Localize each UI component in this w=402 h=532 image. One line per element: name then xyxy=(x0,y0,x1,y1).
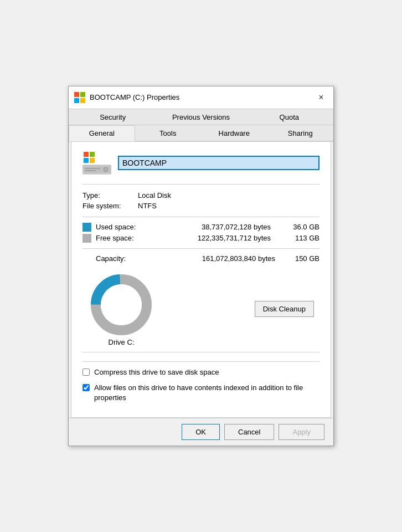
ok-button[interactable]: OK xyxy=(182,424,220,440)
free-space-label: Free space: xyxy=(96,234,146,242)
svg-rect-12 xyxy=(85,170,96,171)
svg-rect-3 xyxy=(80,98,85,103)
info-table: Type: Local Disk File system: NTFS xyxy=(83,190,319,211)
window-title: BOOTCAMP (C:) Properties xyxy=(90,93,179,101)
compress-checkbox[interactable] xyxy=(83,369,90,376)
capacity-row: Capacity: 161,072,803,840 bytes 150 GB xyxy=(83,254,319,263)
type-label: Type: xyxy=(83,190,138,201)
drive-header xyxy=(83,151,319,175)
disk-cleanup-button[interactable]: Disk Cleanup xyxy=(255,301,314,317)
capacity-gb: 150 GB xyxy=(286,254,319,263)
used-space-label: Used space: xyxy=(96,223,146,231)
svg-rect-1 xyxy=(80,92,85,97)
used-space-row: Used space: 38,737,072,128 bytes 36.0 GB xyxy=(83,223,319,232)
hdd-icon xyxy=(83,151,111,175)
tabs-row2: General Tools Hardware Sharing xyxy=(69,125,333,142)
content-panel: Type: Local Disk File system: NTFS Used … xyxy=(71,142,331,418)
compress-label: Compress this drive to save disk space xyxy=(94,367,219,377)
footer: OK Cancel Apply xyxy=(69,418,333,446)
fs-label: File system: xyxy=(83,201,138,211)
close-button[interactable]: × xyxy=(315,91,328,104)
donut-chart xyxy=(88,272,154,338)
title-bar: BOOTCAMP (C:) Properties × xyxy=(69,86,333,109)
tab-security[interactable]: Security xyxy=(69,109,157,125)
compress-checkbox-item: Compress this drive to save disk space xyxy=(83,367,319,377)
svg-rect-11 xyxy=(85,168,100,169)
drive-name-input[interactable] xyxy=(118,156,319,170)
properties-window: BOOTCAMP (C:) Properties × Security Prev… xyxy=(68,86,334,447)
apply-button[interactable]: Apply xyxy=(279,424,324,440)
svg-rect-5 xyxy=(90,152,95,157)
svg-point-10 xyxy=(104,167,108,172)
svg-rect-7 xyxy=(90,158,95,163)
svg-rect-4 xyxy=(84,152,89,157)
tab-quota[interactable]: Quota xyxy=(245,109,333,125)
type-value: Local Disk xyxy=(138,190,319,201)
checkboxes-section: Compress this drive to save disk space A… xyxy=(83,361,319,403)
fs-value: NTFS xyxy=(138,201,319,211)
capacity-bytes: 161,072,803,840 bytes xyxy=(141,254,286,263)
used-space-gb: 36.0 GB xyxy=(286,223,319,231)
donut-container: Drive C: xyxy=(88,272,154,346)
tab-general[interactable]: General xyxy=(69,125,135,141)
tab-hardware[interactable]: Hardware xyxy=(201,125,267,141)
windows-icon xyxy=(74,92,85,103)
tab-previous-versions[interactable]: Previous Versions xyxy=(157,109,245,125)
svg-rect-0 xyxy=(74,92,79,97)
free-space-row: Free space: 122,335,731,712 bytes 113 GB xyxy=(83,234,319,243)
tabs-row1: Security Previous Versions Quota xyxy=(69,109,333,125)
donut-area: Drive C: Disk Cleanup xyxy=(83,272,319,346)
cancel-button[interactable]: Cancel xyxy=(224,424,274,440)
used-color-box xyxy=(83,223,91,232)
free-space-bytes: 122,335,731,712 bytes xyxy=(150,234,282,242)
svg-rect-2 xyxy=(74,98,79,103)
title-bar-left: BOOTCAMP (C:) Properties xyxy=(74,92,179,103)
tab-tools[interactable]: Tools xyxy=(135,125,202,141)
free-color-box xyxy=(83,234,91,243)
index-checkbox-item: Allow files on this drive to have conten… xyxy=(83,383,319,403)
capacity-label: Capacity: xyxy=(96,254,141,263)
tab-sharing[interactable]: Sharing xyxy=(267,125,334,141)
used-space-bytes: 38,737,072,128 bytes xyxy=(150,223,282,231)
svg-rect-6 xyxy=(84,158,89,163)
free-space-gb: 113 GB xyxy=(286,234,319,242)
drive-label: Drive C: xyxy=(109,338,135,346)
svg-point-15 xyxy=(101,284,142,325)
index-label: Allow files on this drive to have conten… xyxy=(94,383,319,403)
drive-icon-container xyxy=(83,151,111,175)
index-checkbox[interactable] xyxy=(83,384,90,391)
